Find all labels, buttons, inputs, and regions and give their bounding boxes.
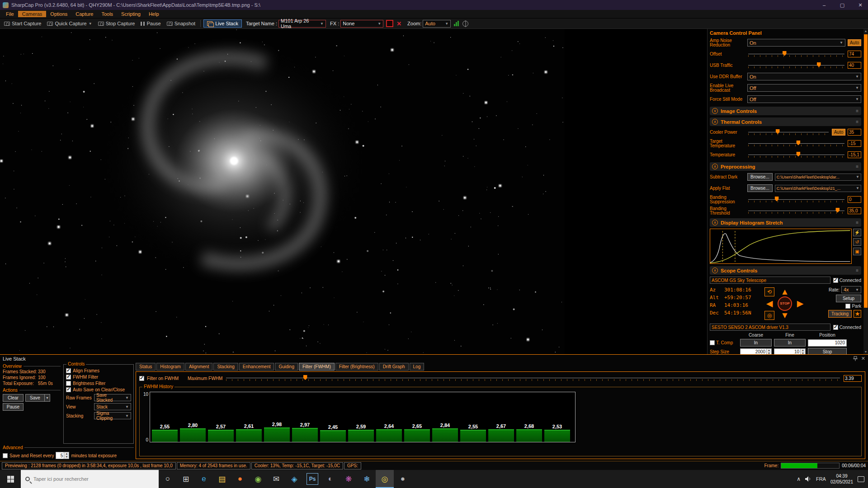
- control-auto-save-on-clear-close[interactable]: Auto Save on Clear/Close: [66, 387, 131, 392]
- palette-icon[interactable]: ❋: [340, 470, 358, 488]
- chevron-down-icon[interactable]: ▼: [44, 394, 50, 402]
- scope-connected-checkbox[interactable]: Connected: [833, 278, 861, 283]
- target-temperature-value[interactable]: -15: [848, 140, 861, 147]
- chrome-icon[interactable]: ◉: [249, 470, 267, 488]
- clear-selection-button[interactable]: ✕: [395, 20, 403, 27]
- volume-icon[interactable]: [805, 476, 811, 482]
- tab-alignment[interactable]: Alignment: [185, 363, 212, 371]
- maximize-button[interactable]: ▢: [835, 0, 850, 10]
- stop-capture-button[interactable]: Stop Capture: [96, 20, 137, 27]
- cooler-power-value[interactable]: 35: [848, 129, 861, 136]
- action-center-icon[interactable]: [858, 476, 864, 482]
- spinner-arrows-icon[interactable]: ▲▼: [800, 349, 805, 355]
- subtract-dark-browse-button[interactable]: Browse...: [747, 173, 773, 181]
- histogram-icon[interactable]: [454, 21, 459, 26]
- focuser-in-coarse-button[interactable]: In: [740, 339, 772, 347]
- focuser-position-value[interactable]: 1020: [808, 339, 847, 347]
- tab-filter-fwhm-[interactable]: Filter (FWHM): [299, 363, 335, 371]
- tab-histogram[interactable]: Histogram: [156, 363, 184, 371]
- pause-button[interactable]: Pause: [138, 20, 163, 27]
- close-button[interactable]: ✕: [853, 0, 868, 10]
- save-stretch-icon[interactable]: ▣: [853, 248, 861, 255]
- sharpcap-icon[interactable]: ◎: [376, 470, 394, 488]
- control-fwhm-filter[interactable]: FWHM Filter: [66, 375, 131, 380]
- fx-dropdown[interactable]: None ▼: [340, 20, 383, 28]
- save-split-button[interactable]: Save ▼: [25, 394, 50, 402]
- still-mode-dropdown[interactable]: Off ▼: [747, 95, 861, 103]
- focuser-stop-button[interactable]: Stop: [808, 348, 847, 354]
- tab-drift-graph[interactable]: Drift Graph: [379, 363, 409, 371]
- slew-left-button[interactable]: ◀: [766, 299, 773, 308]
- spinner-arrows-icon[interactable]: ▲▼: [64, 452, 69, 459]
- edge-icon[interactable]: e: [195, 470, 213, 488]
- app-icon[interactable]: ●: [394, 470, 412, 488]
- firefox-icon[interactable]: ●: [231, 470, 249, 488]
- tray-expand-icon[interactable]: ∧: [797, 476, 801, 482]
- step-size-fine-spinner[interactable]: 10 ▲▼: [774, 348, 806, 355]
- park-checkbox[interactable]: Park: [845, 304, 861, 309]
- menu-help[interactable]: Help: [145, 11, 163, 17]
- pin-icon[interactable]: [853, 356, 858, 361]
- image-controls-header[interactable]: ∨ Image Controls ≡: [710, 107, 861, 115]
- tab-stacking[interactable]: Stacking: [213, 363, 238, 371]
- offset-value[interactable]: 74: [848, 51, 861, 57]
- step-size-coarse-spinner[interactable]: 2000 ▲▼: [740, 348, 772, 355]
- file-explorer-icon[interactable]: ▤: [213, 470, 231, 488]
- histogram-stretch-header[interactable]: ∧ Display Histogram Stretch ≡: [710, 218, 861, 227]
- amp-noise-dropdown[interactable]: On ▼: [747, 39, 845, 47]
- meridian-flip-icon[interactable]: ⟲: [764, 287, 774, 296]
- cortana-icon[interactable]: ○: [159, 470, 177, 488]
- menu-capture[interactable]: Capture: [71, 11, 97, 17]
- save-reset-row[interactable]: Save and Reset every 5 ▲▼ minutes total …: [3, 452, 134, 459]
- menu-scripting[interactable]: Scripting: [117, 11, 145, 17]
- maximum-fwhm-value[interactable]: 3.39: [844, 375, 862, 382]
- selection-area-button[interactable]: [386, 20, 393, 27]
- tab-guiding[interactable]: Guiding: [275, 363, 297, 371]
- checkbox-icon[interactable]: [3, 453, 8, 458]
- apply-flat-path[interactable]: C:\Users\SharkFleet\Desktop\21_... ▼: [775, 185, 861, 192]
- cooler-auto-button[interactable]: Auto: [832, 129, 845, 136]
- slew-stop-button[interactable]: STOP: [778, 296, 792, 311]
- target-temperature-slider[interactable]: [747, 140, 845, 148]
- scope-controls-header[interactable]: ∧ Scope Controls ≡: [710, 266, 861, 275]
- reticle-icon[interactable]: [462, 21, 468, 27]
- menu-cameras[interactable]: Cameras: [18, 11, 47, 17]
- scope-device-name[interactable]: ASCOM GS Sky Telescope: [710, 277, 830, 284]
- focuser-connected-checkbox[interactable]: Connected: [833, 325, 861, 330]
- language-indicator[interactable]: FRA: [816, 476, 826, 482]
- snapshot-button[interactable]: Snapshot: [165, 20, 198, 27]
- image-viewport[interactable]: [0, 29, 707, 354]
- auto-stretch-icon[interactable]: ⚡: [853, 229, 861, 236]
- tracking-button[interactable]: Tracking: [828, 310, 852, 318]
- raw-frames-dropdown[interactable]: Save Stacked ▼: [94, 394, 131, 401]
- zoom-dropdown[interactable]: Auto ▼: [423, 20, 451, 28]
- reset-stretch-icon[interactable]: ↺: [853, 238, 861, 246]
- task-view-icon[interactable]: ⊞: [177, 470, 195, 488]
- taskbar-search[interactable]: [21, 470, 159, 488]
- stellarium-icon[interactable]: ❄: [358, 470, 376, 488]
- cooler-power-slider[interactable]: [747, 128, 830, 136]
- menu-options[interactable]: Options: [46, 11, 71, 17]
- mail-icon[interactable]: ✉: [267, 470, 285, 488]
- live-broadcast-dropdown[interactable]: Off ▼: [747, 84, 861, 92]
- tab-status[interactable]: Status: [136, 363, 156, 371]
- rate-dropdown[interactable]: 4x ▼: [841, 286, 861, 293]
- menu-file[interactable]: File: [2, 11, 18, 17]
- view-dropdown[interactable]: Stack ▼: [94, 403, 131, 410]
- minutes-spinner[interactable]: 5 ▲▼: [56, 452, 69, 459]
- maximum-fwhm-slider[interactable]: [225, 374, 841, 382]
- ddr-buffer-dropdown[interactable]: On ▼: [747, 73, 861, 80]
- slew-up-button[interactable]: ▲: [781, 287, 789, 296]
- right-panel-scrollbar[interactable]: ▲ ▼: [863, 29, 868, 354]
- focuser-in-fine-button[interactable]: In: [774, 339, 806, 347]
- target-sync-icon[interactable]: ◎: [764, 311, 774, 320]
- offset-slider[interactable]: [747, 50, 845, 58]
- banding-threshold-value[interactable]: 35,0: [848, 207, 861, 214]
- star-icon[interactable]: ★: [854, 310, 861, 318]
- spinner-arrows-icon[interactable]: ▲▼: [766, 349, 771, 355]
- slew-right-button[interactable]: ▶: [797, 299, 804, 308]
- scroll-down-icon[interactable]: ▼: [863, 350, 868, 354]
- stacking-dropdown[interactable]: Sigma Clipping ▼: [94, 412, 131, 419]
- banding-threshold-slider[interactable]: [747, 207, 845, 215]
- planetarium-icon[interactable]: ◐: [321, 470, 340, 488]
